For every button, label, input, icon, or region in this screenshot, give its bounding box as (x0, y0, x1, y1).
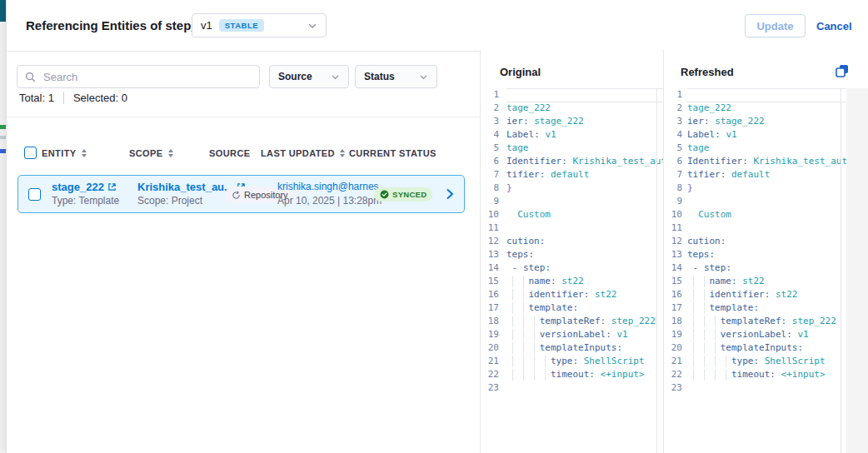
status-filter-label: Status (364, 71, 395, 82)
chevron-right-icon[interactable] (444, 187, 456, 201)
indent-guide (534, 316, 535, 327)
external-link-icon[interactable] (107, 182, 117, 192)
indent-guide (523, 342, 524, 354)
indent-guide (512, 289, 513, 301)
code-text: teps: (506, 248, 663, 261)
updated-by-link[interactable]: krishika.singh@harnes... (277, 181, 387, 193)
line-number: 20 (664, 341, 682, 355)
row-checkbox[interactable] (28, 188, 41, 201)
entity-link[interactable]: stage_222 (52, 181, 104, 193)
source-filter-select[interactable]: Source (269, 65, 349, 88)
code-text: templateInputs: (506, 341, 663, 355)
code-text: templateRef: step_222 (506, 315, 663, 328)
entity-type: Type: Template (52, 195, 119, 207)
code-line: 16 identifier: st22 (664, 288, 868, 301)
indent-guide (512, 329, 513, 341)
code-line: 20 templateInputs: (664, 341, 868, 355)
search-input[interactable] (42, 70, 252, 84)
indent-guide (715, 356, 716, 367)
code-line: 19 versionLabel: v1 (664, 328, 868, 341)
status-label: SYNCED (392, 190, 427, 199)
column-header-last-updated[interactable]: LAST UPDATED (261, 148, 345, 158)
column-header-entity[interactable]: ENTITY (42, 148, 87, 158)
line-number: 3 (481, 115, 499, 128)
code-line: 7tifier: default (664, 168, 868, 182)
code-line: 22 timeout: <+input> (664, 368, 868, 381)
indent-guide (715, 369, 716, 381)
indent-guide (512, 369, 513, 381)
repository-icon (232, 191, 241, 200)
code-text: ier: stage_222 (506, 115, 663, 128)
code-text: Label: v1 (506, 128, 663, 142)
indent-guide (523, 316, 524, 327)
select-all-checkbox[interactable] (24, 147, 37, 159)
indent-guide (512, 276, 513, 287)
copy-button[interactable] (835, 62, 853, 80)
indent-guide (534, 342, 535, 354)
scope-link[interactable]: Krishika_test_au... (137, 181, 233, 193)
line-number: 13 (664, 248, 682, 261)
code-line: 10 Custom (481, 208, 663, 222)
line-number: 2 (481, 102, 499, 115)
indent-guide (704, 342, 705, 354)
code-line: 13teps: (664, 248, 868, 261)
update-button[interactable]: Update (745, 14, 806, 37)
line-number: 11 (481, 222, 499, 235)
code-text: - step: (506, 261, 663, 275)
total-count: Total: 1 (19, 92, 54, 104)
code-line: 21 type: ShellScript (664, 355, 868, 368)
line-number: 22 (664, 368, 682, 381)
copy-icon (835, 63, 853, 78)
chevron-down-icon (419, 72, 428, 82)
code-text: tage_222 (506, 102, 663, 115)
last-updated-cell: krishika.singh@harnes... Apr 10, 2025 | … (277, 181, 387, 207)
line-number: 10 (481, 208, 499, 222)
line-number: 13 (481, 248, 499, 261)
status-badge: SYNCED (374, 187, 432, 202)
line-number: 14 (481, 261, 499, 275)
code-line: 9 (664, 195, 868, 208)
line-number: 17 (481, 301, 499, 315)
code-line: 12cution: (481, 235, 663, 248)
version-select[interactable]: v1 STABLE (192, 13, 327, 37)
indent-guide (704, 369, 705, 381)
code-line: 7tifier: default (481, 168, 663, 182)
line-number: 4 (664, 128, 682, 142)
code-line: 20 templateInputs: (481, 341, 663, 355)
indent-guide (512, 302, 513, 314)
pane-refreshed: Refreshed 12tage_2223ier: stage_2224Labe… (664, 50, 868, 453)
totals-bar: Total: 1 Selected: 0 (19, 92, 127, 104)
code-line: 6Identifier: Krishika_test_auto (664, 155, 868, 168)
code-text: timeout: <+input> (506, 368, 663, 381)
version-stable-badge: STABLE (219, 19, 264, 32)
indent-guide (534, 369, 535, 381)
background-fragment (0, 136, 6, 139)
line-number: 21 (481, 355, 499, 368)
line-number: 1 (481, 88, 499, 102)
column-header-scope[interactable]: SCOPE (129, 148, 173, 158)
line-number: 23 (481, 381, 499, 395)
column-header-source: SOURCE (209, 148, 250, 158)
cancel-button[interactable]: Cancel (811, 14, 857, 37)
line-number: 6 (664, 155, 682, 168)
code-line: 1 (664, 88, 868, 102)
line-number: 4 (481, 128, 499, 142)
line-number: 15 (481, 275, 499, 288)
indent-guide (704, 302, 705, 314)
status-filter-select[interactable]: Status (355, 65, 437, 88)
line-number: 12 (664, 235, 682, 248)
indent-guide (715, 316, 716, 327)
line-number: 18 (481, 315, 499, 328)
source-filter-label: Source (278, 71, 312, 82)
line-number: 19 (481, 328, 499, 341)
code-text (506, 195, 663, 208)
code-area-original[interactable]: 12tage_2223ier: stage_2224Label: v15tage… (481, 88, 663, 453)
code-text: } (506, 182, 663, 195)
code-area-refreshed[interactable]: 12tage_2223ier: stage_2224Label: v15tage… (664, 88, 868, 453)
table-row[interactable]: stage_222 Type: Template Krishika_test_a… (17, 175, 465, 213)
pane-title-refreshed: Refreshed (681, 66, 734, 78)
code-line: 19 versionLabel: v1 (481, 328, 663, 341)
indent-guide (534, 356, 535, 367)
indent-guide (704, 356, 705, 367)
search-box[interactable] (17, 65, 260, 88)
